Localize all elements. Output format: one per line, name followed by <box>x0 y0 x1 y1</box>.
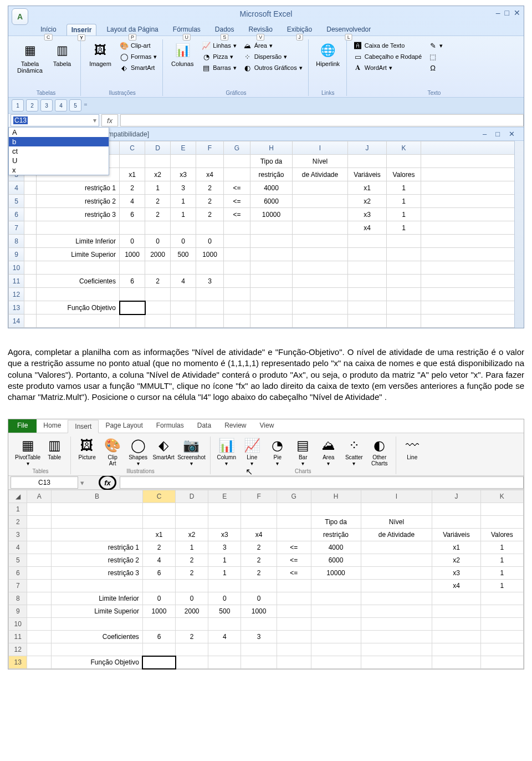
dropdown-item[interactable]: ct <box>9 146 109 156</box>
btn-pizza[interactable]: ◔Pizza ▾ <box>200 52 238 62</box>
table-row[interactable]: 4restrição 12132<=4000x11 <box>9 181 524 195</box>
btn-smartart-2[interactable]: ⬖SmartArt <box>152 437 175 466</box>
fx-button[interactable]: fx <box>101 114 118 126</box>
table-row[interactable]: 11Coeficientes6243 <box>9 275 524 288</box>
btn-formas[interactable]: ◯Formas ▾ <box>117 52 159 62</box>
btn-sig[interactable]: ✎▾ <box>426 40 445 50</box>
tab-file[interactable]: File <box>8 419 37 433</box>
vertical-scrollbar[interactable] <box>514 141 524 328</box>
name-box-2[interactable]: C13 <box>11 476 78 489</box>
btn-sparkline-line[interactable]: 〰Line <box>401 437 424 466</box>
table-row[interactable]: 5restrição 24212<=6000x21 <box>9 554 524 567</box>
table-row[interactable]: 8Limite Inferior0000 <box>9 235 524 248</box>
qat-btn-5[interactable]: 5 <box>69 99 81 111</box>
dropdown-item[interactable]: A <box>9 128 109 137</box>
btn-line[interactable]: 📈Line▾ <box>241 437 264 466</box>
minimize-icon[interactable]: – <box>496 8 500 17</box>
table-row[interactable]: 14 <box>9 314 524 328</box>
tab-view[interactable]: View <box>253 419 281 433</box>
btn-screenshot[interactable]: 📷Screenshot▾ <box>177 437 206 466</box>
tab-inserir[interactable]: InserirY <box>66 24 97 35</box>
btn-area-2[interactable]: ⛰Area▾ <box>317 437 340 466</box>
tab-formulas[interactable]: FórmulasU <box>168 24 205 35</box>
btn-barras[interactable]: ▤Barras ▾ <box>200 63 238 73</box>
table-row[interactable]: 7x41 <box>9 221 524 235</box>
tab-formulas-2[interactable]: Formulas <box>150 419 191 433</box>
btn-dispersao[interactable]: ⁘Dispersão ▾ <box>241 52 305 62</box>
tab-revisao[interactable]: RevisãoV <box>244 24 277 35</box>
table-row[interactable]: 10 <box>9 261 524 275</box>
btn-clipart-2[interactable]: 🎨Clip Art <box>101 437 124 466</box>
table-row[interactable]: 6restrição 36212<=10000x31 <box>9 208 524 221</box>
tab-exibicao[interactable]: ExibiçãoJ <box>283 24 316 35</box>
qat-overflow-icon[interactable]: ⁼ <box>84 102 88 110</box>
qat-btn-3[interactable]: 3 <box>40 99 53 111</box>
dropdown-item[interactable]: b <box>9 137 109 146</box>
btn-symbol[interactable]: Ω <box>426 63 445 73</box>
table-row[interactable]: 7x41 <box>9 580 524 592</box>
table-row[interactable]: 13Função Objetivo <box>9 656 524 669</box>
tab-home[interactable]: Home <box>37 419 68 433</box>
formula-input-2[interactable] <box>120 476 524 489</box>
btn-other[interactable]: ◐Other Charts <box>368 437 391 466</box>
table-row[interactable]: 8Limite Inferior0000 <box>9 592 524 605</box>
btn-wordart[interactable]: 𝐀WordArt ▾ <box>351 63 424 73</box>
tab-page-layout[interactable]: Page Layout <box>99 419 149 433</box>
child-minimize-icon[interactable]: – <box>483 130 487 138</box>
table-row[interactable]: 4restrição 12132<=4000x11 <box>9 541 524 554</box>
btn-linhas[interactable]: 📈Linhas ▾ <box>200 40 238 50</box>
btn-table-2[interactable]: ▥Table <box>43 437 66 466</box>
btn-colunas[interactable]: 📊 Colunas <box>167 40 197 68</box>
name-box-dropdown[interactable]: A b ct U x <box>8 127 109 175</box>
btn-obj[interactable]: ⬚ <box>426 52 445 62</box>
tab-inicio[interactable]: InícioC <box>36 24 61 35</box>
btn-scatter[interactable]: ⁘Scatter▾ <box>342 437 366 466</box>
btn-pie[interactable]: ◔Pie▾ <box>266 437 289 466</box>
child-maximize-icon[interactable]: □ <box>495 130 500 138</box>
table-row[interactable]: 5restrição 24212<=6000x21 <box>9 195 524 208</box>
btn-column[interactable]: 📊Column▾ <box>215 437 238 466</box>
btn-clipart[interactable]: 🎨Clip-art <box>117 40 159 50</box>
column-headers-2[interactable]: ◢ AB C DEF GHIJK <box>9 490 524 503</box>
btn-picture[interactable]: 🖼Picture <box>75 437 99 466</box>
table-row[interactable]: 9Limite Superior100020005001000 <box>9 605 524 618</box>
table-row[interactable]: 12 <box>9 288 524 301</box>
tab-layout[interactable]: Layout da PáginaP <box>102 24 162 35</box>
formula-input[interactable] <box>120 114 524 126</box>
tab-desenvolvedor[interactable]: DesenvolvedorL <box>322 24 375 35</box>
tab-review[interactable]: Review <box>218 419 253 433</box>
btn-tabela[interactable]: ▥ Tabela <box>47 40 77 68</box>
btn-caixa-texto[interactable]: 🅰Caixa de Texto <box>351 40 424 50</box>
chevron-down-icon[interactable]: ▾ <box>93 116 96 124</box>
table-row[interactable]: 6restrição 36212<=10000x31 <box>9 567 524 580</box>
qat-btn-2[interactable]: 2 <box>26 99 38 111</box>
btn-hiperlink[interactable]: 🌐 Hiperlink <box>313 40 343 68</box>
close-icon[interactable]: ✕ <box>514 8 520 17</box>
child-close-icon[interactable]: ✕ <box>509 130 515 138</box>
table-row[interactable]: 11Coeficientes6243 <box>9 631 524 643</box>
btn-smartart[interactable]: ⬖SmartArt <box>117 63 159 73</box>
office-button[interactable]: A <box>12 8 28 25</box>
table-row[interactable]: 9Limite Superior100020005001000 <box>9 248 524 261</box>
btn-shapes-2[interactable]: ◯Shapes▾ <box>126 437 150 466</box>
qat-btn-1[interactable]: 1 <box>12 99 24 111</box>
btn-outros-graficos[interactable]: ◐Outros Gráficos ▾ <box>241 63 305 73</box>
btn-bar[interactable]: ▤Bar▾ <box>291 437 315 466</box>
maximize-icon[interactable]: □ <box>505 8 509 17</box>
tab-insert[interactable]: Insert <box>68 420 99 433</box>
qat-btn-4[interactable]: 4 <box>55 99 67 111</box>
tab-dados[interactable]: DadosS <box>211 24 239 35</box>
btn-pivottable[interactable]: ▦PivotTable▾ <box>15 437 40 466</box>
tab-data[interactable]: Data <box>191 419 218 433</box>
name-box[interactable]: C13 ▾ A b ct U x <box>11 114 99 126</box>
btn-cabecalho-rodape[interactable]: ▭Cabeçalho e Rodapé <box>351 52 424 62</box>
spreadsheet-grid-2[interactable]: ◢ AB C DEF GHIJK 1 2 Tipo daNível 3 x1x2… <box>8 490 524 669</box>
table-row[interactable]: 13Função Objetivo <box>9 301 524 314</box>
dropdown-item[interactable]: x <box>9 165 109 175</box>
btn-imagem[interactable]: 🖼 Imagem <box>85 40 115 68</box>
fx-button-circled[interactable]: fx <box>99 475 116 490</box>
btn-area[interactable]: ⛰Área ▾ <box>241 40 305 50</box>
table-row[interactable]: 10 <box>9 618 524 631</box>
dropdown-item[interactable]: U <box>9 156 109 165</box>
table-row[interactable]: 12 <box>9 643 524 656</box>
